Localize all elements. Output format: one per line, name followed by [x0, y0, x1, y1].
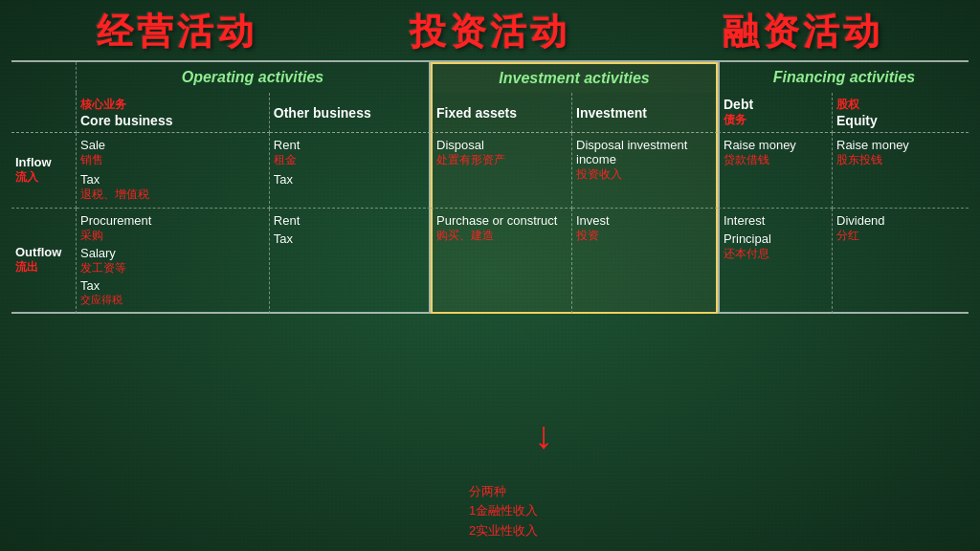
equity-outflow-cell: Dividend 分红 — [833, 209, 969, 314]
main-container: 经营活动 投资活动 融资活动 Operating activities Inve… — [0, 0, 980, 551]
outflow-en-label: Outflow — [15, 245, 72, 259]
equity-col-header: 股权 Equity — [833, 93, 969, 133]
other-tax-en: Tax — [274, 172, 425, 187]
arrow-annotation: 分两种 1金融性收入 2实业性收入 — [469, 482, 538, 541]
debt-principal-cn: 还本付息 — [724, 246, 828, 262]
inflow-en-label: Inflow — [15, 155, 72, 169]
core-business-col-header: 核心业务 Core business — [77, 93, 270, 133]
debt-en-label: Debt — [724, 97, 753, 112]
inv-invest-cn: 投资 — [576, 228, 712, 244]
outflow-label-cell: Outflow 流出 — [11, 209, 77, 314]
investment-section-header: Investment activities — [431, 62, 718, 93]
eq-dividend-en: Dividend — [836, 213, 965, 228]
financing-section-header: Financing activities — [718, 62, 969, 93]
operating-cn-header: 经营活动 — [97, 8, 257, 56]
inv-disposal-cn: 投资收入 — [576, 166, 712, 183]
section-header-row: Operating activities Investment activiti… — [11, 62, 969, 93]
operating-section-header: Operating activities — [77, 62, 431, 93]
empty-col-header — [11, 93, 77, 133]
core-business-inflow-cell: Sale 销售 Tax 退税、增值税 — [77, 133, 270, 209]
investment-header-text: Investment activities — [499, 70, 649, 86]
inv-invest-en: Invest — [576, 213, 712, 228]
inflow-cn-label: 流入 — [15, 169, 72, 186]
eq-raise-en: Raise money — [836, 138, 965, 152]
fixed-disposal-cn: 处置有形资产 — [436, 152, 568, 168]
debt-raise-cn: 贷款借钱 — [724, 152, 828, 168]
core-tax2-cn: 交应得税 — [80, 293, 265, 307]
debt-raise-en: Raise money — [724, 138, 828, 152]
other-rent2-en: Rent — [274, 213, 425, 228]
core-salary-cn: 发工资等 — [80, 260, 265, 276]
fixed-disposal-en: Disposal — [436, 138, 568, 152]
eq-raise-cn: 股东投钱 — [836, 152, 965, 168]
investment-outflow-cell: Invest 投资 — [572, 209, 718, 314]
fixed-assets-col-header: Fixed assets — [431, 93, 572, 133]
core-cn-label: 核心业务 — [80, 97, 265, 113]
financing-header-text: Financing activities — [773, 69, 915, 85]
other-business-en-label: Other business — [274, 105, 371, 121]
fixed-purchase-en: Purchase or construct — [436, 213, 568, 228]
debt-inflow-cell: Raise money 贷款借钱 — [718, 133, 833, 209]
equity-cn-label: 股权 — [836, 97, 965, 113]
core-business-outflow-cell: Procurement 采购 Salary 发工资等 Tax 交应得税 — [77, 209, 270, 314]
column-header-row: 核心业务 Core business Other business Fixed … — [11, 93, 969, 133]
core-sale-en: Sale — [80, 138, 265, 152]
operating-header-text: Operating activities — [182, 69, 324, 85]
fixed-assets-outflow-cell: Purchase or construct 购买、建造 — [431, 209, 572, 314]
debt-principal-en: Principal — [724, 231, 828, 246]
core-proc-en: Procurement — [80, 213, 265, 228]
debt-interest-en: Interest — [724, 213, 828, 228]
investment-col-header: Investment — [572, 93, 718, 133]
main-table: Operating activities Investment activiti… — [11, 62, 969, 314]
inflow-row: Inflow 流入 Sale 销售 Tax 退税、增值税 Rent 租金 Tax… — [11, 133, 969, 209]
other-rent-cn: 租金 — [274, 152, 425, 168]
investment-en-label: Investment — [576, 105, 647, 121]
equity-inflow-cell: Raise money 股东投钱 — [833, 133, 969, 209]
core-tax-cn: 退税、增值税 — [80, 187, 265, 203]
eq-dividend-cn: 分红 — [836, 228, 965, 244]
equity-en-label: Equity — [836, 113, 878, 128]
debt-cn-label: 债务 — [724, 112, 828, 128]
fixed-assets-inflow-cell: Disposal 处置有形资产 — [431, 133, 572, 209]
investment-cn-header: 投资活动 — [410, 8, 570, 56]
fixed-purchase-cn: 购买、建造 — [436, 228, 568, 244]
inv-disposal-en: Disposal investment income — [576, 138, 712, 166]
arrow-symbol: ↑ — [534, 422, 553, 460]
core-salary-en: Salary — [80, 246, 265, 260]
top-headers: 经营活动 投资活动 融资活动 — [11, 8, 969, 56]
other-business-inflow-cell: Rent 租金 Tax — [270, 133, 431, 209]
inflow-label-cell: Inflow 流入 — [11, 133, 77, 209]
outflow-row: Outflow 流出 Procurement 采购 Salary 发工资等 Ta… — [11, 209, 969, 314]
core-proc-cn: 采购 — [80, 228, 265, 244]
outflow-cn-label: 流出 — [15, 259, 72, 276]
empty-cell-1 — [11, 62, 77, 93]
other-tax2-en: Tax — [274, 231, 425, 246]
other-business-outflow-cell: Rent Tax — [270, 209, 431, 314]
other-business-col-header: Other business — [270, 93, 431, 133]
fixed-assets-en-label: Fixed assets — [436, 105, 517, 121]
core-tax-en: Tax — [80, 172, 265, 187]
debt-outflow-cell: Interest Principal 还本付息 — [718, 209, 833, 314]
core-sale-cn: 销售 — [80, 152, 265, 168]
debt-col-header: Debt 债务 — [718, 93, 833, 133]
annotation-text: 分两种 1金融性收入 2实业性收入 — [469, 484, 538, 539]
core-en-label: Core business — [80, 113, 172, 128]
investment-inflow-cell: Disposal investment income 投资收入 — [572, 133, 718, 209]
financing-cn-header: 融资活动 — [723, 8, 883, 56]
other-rent-en: Rent — [274, 138, 425, 152]
core-tax2-en: Tax — [80, 278, 265, 293]
